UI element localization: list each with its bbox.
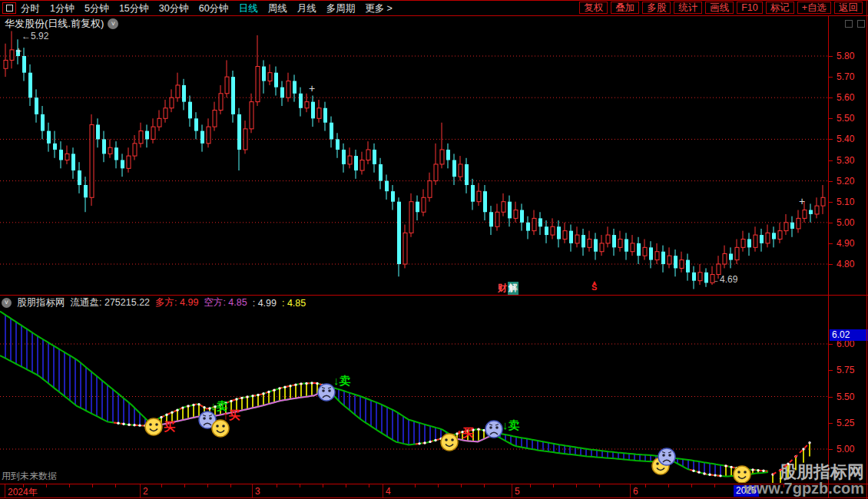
y-tick [829,160,833,161]
minor-tick [691,484,692,487]
period-tab-5[interactable]: 60分钟 [199,2,229,15]
candle [434,144,438,185]
action-button-0[interactable]: 复权 [579,2,608,14]
candle [225,60,229,97]
candle [280,81,284,107]
candle [422,189,426,216]
candle [711,266,714,285]
y-axis-label: 5.25 [837,418,854,428]
minor-tick [277,484,277,487]
minor-tick [668,484,669,487]
candle [207,118,210,147]
candle [145,124,149,147]
minor-tick [484,484,485,487]
candle [704,268,708,286]
y-axis-label: 5.00 [837,444,854,454]
period-tab-7[interactable]: 周线 [268,2,287,15]
candle [330,117,333,148]
pane-icon[interactable] [857,20,865,28]
y-tick [829,243,833,244]
y-tick [829,397,833,398]
signal-label: ↑买 [223,408,240,421]
action-button-2[interactable]: 多股 [642,2,671,14]
candle [237,108,241,170]
main-candlestick-chart[interactable] [0,30,828,295]
band-indicator-chart[interactable]: 买↓卖↑买↓卖↑买↓卖 [0,309,828,483]
candle [194,112,198,139]
candle [219,85,223,114]
pane-icon[interactable] [845,20,853,28]
minor-tick [645,484,646,487]
candle [360,152,364,175]
candle [114,141,118,168]
action-button-5[interactable]: F10 [737,2,763,14]
period-tab-4[interactable]: 30分钟 [159,2,189,15]
month-divider [252,484,253,497]
candle [53,131,57,158]
candle [594,233,598,259]
minor-tick [46,484,47,487]
candle [397,197,401,276]
period-tab-2[interactable]: 5分钟 [84,2,109,15]
candle [624,233,628,259]
action-button-4[interactable]: 画线 [705,2,734,14]
candle [514,202,518,223]
candle [379,158,383,190]
period-tab-10[interactable]: 更多 > [365,2,393,15]
candle [127,147,131,173]
candle [71,147,75,179]
candle [96,118,100,147]
y-tick [829,202,833,203]
cross-mark: + [309,84,315,92]
action-button-3[interactable]: 统计 [674,2,702,14]
action-button-1[interactable]: 叠加 [611,2,639,14]
cross-mark: + [15,47,22,55]
candle [176,73,180,102]
candle [440,123,444,169]
chevron-down-icon[interactable]: ˅ [2,298,12,308]
period-tab-1[interactable]: 1分钟 [50,2,75,15]
candle [643,239,647,259]
candle [778,223,782,243]
candle [680,252,684,273]
minor-tick [92,484,93,487]
candle [674,250,678,276]
candle [766,225,770,248]
y-axis-label: 5.60 [837,92,854,103]
action-button-7[interactable]: +自选 [797,2,831,14]
candle [495,203,499,230]
period-tab-0[interactable]: 分时 [21,2,40,15]
period-tab-6[interactable]: 日线 [239,2,258,15]
layout-icon[interactable] [2,2,16,14]
chevron-down-icon[interactable]: ˅ [108,18,118,29]
candle [244,121,247,154]
candle [409,193,413,237]
candle [649,241,653,268]
action-button-8[interactable]: 返回 [834,2,863,14]
period-tab-8[interactable]: 月线 [297,2,316,15]
time-axis[interactable]: 2024年234562025 [0,484,868,498]
signal-label: ↓卖 [502,418,520,431]
candle [532,210,536,236]
pair1-value: : 4.99 [253,298,277,309]
sell-marker [658,448,675,465]
period-tab-9[interactable]: 多周期 [326,2,356,15]
candle [403,225,407,269]
candle [575,226,579,247]
minor-tick [161,484,162,487]
indicator-header: ˅ 股朋指标网 流通盘: 275215.22 多方: 4.99 空方: 4.85… [2,297,306,309]
candle [465,158,469,193]
layout-icon-glyph [6,5,13,12]
candle [293,74,297,101]
stock-title: 华发股份(日线.前复权) [5,17,104,31]
candle [305,94,309,112]
period-tab-3[interactable]: 15分钟 [119,2,149,15]
candle [631,235,634,256]
band-upper-line [0,312,768,471]
candle [452,154,456,185]
candle [588,231,591,252]
cross-mark: + [799,197,805,205]
action-button-6[interactable]: 标记 [766,2,794,14]
band-lower-line [0,355,768,476]
pane-divider[interactable] [0,295,868,296]
